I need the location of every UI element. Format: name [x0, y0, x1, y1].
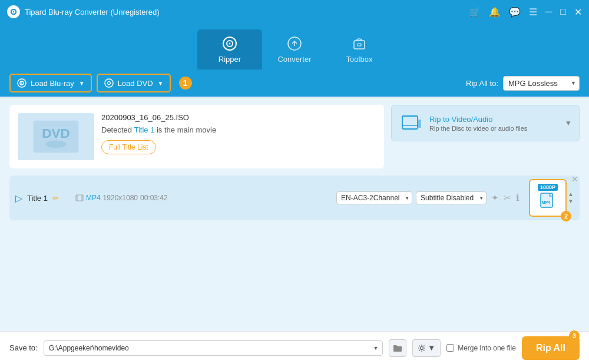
load-dvd-button[interactable]: Load DVD ▼ [97, 74, 171, 92]
save-path-wrapper: G:\Appgeeker\homevideo [44, 340, 383, 356]
track-selects: EN-AC3-2Channel Subtitle Disabled [336, 191, 487, 204]
folder-icon [393, 344, 402, 352]
badge-file-icon: MP4 [540, 192, 556, 212]
save-path-select[interactable]: G:\Appgeeker\homevideo [44, 340, 383, 356]
svg-point-2 [13, 11, 14, 12]
file-info-card: DVD 20200903_16_06_25.ISO Detected Title… [9, 105, 384, 168]
rip-to-subtitle: Rip the Disc to video or audio files [429, 125, 527, 132]
title-link[interactable]: Title 1 [134, 125, 154, 134]
tab-ripper-label: Ripper [219, 55, 241, 64]
subtitle-select[interactable]: Subtitle Disabled [416, 191, 487, 204]
rip-all-to-label: Rip All to: [466, 79, 498, 88]
bottom-bar: Save to: G:\Appgeeker\homevideo ▼ Merge … [0, 331, 589, 364]
menu-icon[interactable]: ☰ [529, 6, 537, 18]
output-format-badge[interactable]: 1080P MP4 2 [529, 179, 567, 217]
tab-converter[interactable]: Converter [262, 29, 327, 70]
edit-icon[interactable]: ✏ [52, 194, 59, 203]
rip-to-expand-icon[interactable]: ▼ [565, 119, 572, 127]
gear-icon [418, 344, 426, 352]
main-content: DVD 20200903_16_06_25.ISO Detected Title… [0, 98, 589, 364]
tab-toolbox-label: Toolbox [346, 55, 373, 64]
svg-text:MP4: MP4 [542, 200, 551, 204]
message-icon[interactable]: 💬 [509, 6, 521, 18]
svg-point-12 [105, 79, 113, 87]
main-movie-text: is the main movie [157, 125, 216, 134]
tab-toolbox[interactable]: Toolbox [327, 29, 392, 70]
step3-badge: 3 [569, 330, 580, 341]
settings-button[interactable]: ▼ [412, 339, 441, 357]
window-controls: 🛒 🔔 💬 ☰ ─ □ ✕ [469, 6, 582, 18]
output-badge-area: ✕ 1080P MP4 2 ▲ ▼ [524, 179, 574, 217]
tab-ripper[interactable]: Ripper [197, 29, 262, 70]
file-detected-text: Detected Title 1 is the main movie [101, 125, 376, 134]
title-bar: Tipard Blu-ray Converter (Unregistered) … [0, 0, 589, 24]
rip-to-card[interactable]: Rip to Video/Audio Rip the Disc to video… [391, 105, 580, 141]
track-row: ▷ Title 1 ✏ MP4 1920x1080 00:03:42 [9, 176, 580, 220]
maximize-button[interactable]: □ [560, 6, 566, 17]
app-title: Tipard Blu-ray Converter (Unregistered) [25, 8, 160, 16]
save-to-label: Save to: [9, 343, 38, 352]
rip-to-title: Rip to Video/Audio [429, 115, 527, 124]
cut-icon[interactable]: ✂ [504, 193, 511, 203]
step1-badge: 1 [179, 77, 192, 90]
load-bluray-arrow: ▼ [79, 80, 85, 87]
file-section: DVD 20200903_16_06_25.ISO Detected Title… [9, 105, 580, 168]
badge-up-arrow[interactable]: ▲ [568, 191, 574, 198]
load-dvd-arrow: ▼ [158, 80, 164, 87]
rip-all-to: Rip All to: MPG Lossless [466, 76, 580, 91]
dvd-thumbnail: DVD [18, 113, 94, 160]
svg-point-13 [107, 82, 110, 85]
badge-down-arrow[interactable]: ▼ [568, 198, 574, 205]
close-button[interactable]: ✕ [574, 6, 582, 18]
load-bluray-label: Load Blu-ray [31, 79, 74, 88]
remove-track-button[interactable]: ✕ [571, 174, 578, 184]
track-duration: 00:03:42 [140, 194, 168, 202]
audio-track-select[interactable]: EN-AC3-2Channel [336, 191, 412, 204]
output-badge-number: 2 [561, 211, 571, 221]
app-logo [7, 5, 20, 18]
rip-to-icon [401, 112, 422, 134]
cart-icon[interactable]: 🛒 [469, 6, 481, 18]
svg-point-5 [229, 42, 231, 44]
track-info: MP4 1920x1080 00:03:42 [75, 194, 168, 202]
svg-text:DVD: DVD [42, 126, 70, 141]
nav-bar: Ripper Converter Toolbox [0, 24, 589, 70]
svg-rect-7 [354, 41, 365, 49]
bell-icon[interactable]: 🔔 [489, 6, 501, 18]
merge-checkbox[interactable] [446, 344, 454, 352]
minimize-button[interactable]: ─ [545, 6, 552, 17]
svg-point-11 [21, 82, 22, 84]
track-resolution: 1920x1080 [103, 194, 138, 202]
svg-point-16 [45, 140, 66, 148]
svg-rect-8 [358, 44, 361, 46]
filmstrip-icon [75, 194, 84, 202]
load-bluray-button[interactable]: Load Blu-ray ▼ [9, 74, 92, 92]
full-title-list-button[interactable]: Full Title List [101, 140, 156, 154]
settings-dropdown-arrow: ▼ [428, 343, 435, 352]
track-title: Title 1 [27, 194, 48, 203]
svg-point-25 [421, 346, 423, 349]
merge-checkbox-area: Merge into one file [446, 344, 516, 352]
load-dvd-label: Load DVD [118, 79, 153, 88]
browse-folder-button[interactable] [389, 339, 406, 357]
svg-rect-17 [402, 116, 418, 129]
badge-arrows: ▲ ▼ [568, 191, 574, 205]
svg-rect-19 [418, 120, 421, 128]
file-name: 20200903_16_06_25.ISO [101, 113, 376, 122]
rip-format-select[interactable]: MPG Lossless [503, 76, 580, 91]
app-body: Tipard Blu-ray Converter (Unregistered) … [0, 0, 589, 364]
toolbar: Load Blu-ray ▼ Load DVD ▼ 1 Rip All to: … [0, 70, 589, 98]
rip-to-text: Rip to Video/Audio Rip the Disc to video… [429, 115, 527, 132]
info-icon[interactable]: ℹ [516, 193, 519, 203]
detected-label: Detected [101, 125, 132, 134]
track-action-icons: ✦ ✂ ℹ [491, 193, 519, 203]
merge-label[interactable]: Merge into one file [458, 344, 516, 352]
tab-converter-label: Converter [277, 55, 311, 64]
badge-resolution-label: 1080P [538, 184, 558, 191]
file-details: 20200903_16_06_25.ISO Detected Title 1 i… [101, 113, 376, 154]
play-button[interactable]: ▷ [15, 193, 22, 204]
trim-icon[interactable]: ✦ [491, 193, 499, 203]
track-format: MP4 [86, 194, 101, 202]
